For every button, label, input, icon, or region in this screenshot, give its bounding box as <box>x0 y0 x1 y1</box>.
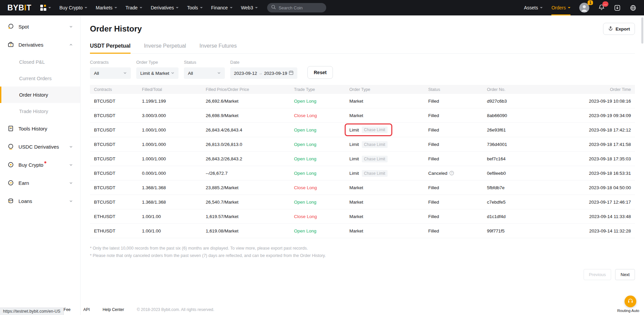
nav-menu-markets[interactable]: Markets <box>96 5 117 10</box>
cell-contract: ETHUSDT <box>94 228 142 233</box>
download-button[interactable] <box>614 4 621 11</box>
next-page-button[interactable]: Next <box>615 269 635 280</box>
order-type-label: Market <box>349 185 363 190</box>
filter-select-order-type[interactable]: Limit & Market <box>136 67 179 79</box>
status-label: Filled <box>428 113 439 118</box>
cell-trade-type: Open Long <box>294 127 349 133</box>
nav-menu-tools[interactable]: Tools <box>187 5 203 10</box>
bybit-logo[interactable]: BYBIT <box>7 3 32 12</box>
nav-menu-label: Tools <box>187 5 198 10</box>
bell-badge: ... <box>602 1 608 7</box>
footer-link-help-center[interactable]: Help Center <box>103 307 124 312</box>
sidebar-item-current-orders[interactable]: Current Orders <box>0 70 80 87</box>
tab-bar: USDT PerpetualInverse PerpetualInverse F… <box>90 43 635 54</box>
cell-contract: BTCUSDT <box>94 142 142 147</box>
sidebar-item-spot[interactable]: Spot <box>0 17 80 36</box>
headset-icon <box>627 298 634 305</box>
table-row: BTCUSDT1.199/1.19926,692.6/MarketOpen Lo… <box>90 94 635 108</box>
nav-orders[interactable]: Orders <box>551 5 571 10</box>
filter-select-status[interactable]: All <box>184 67 225 79</box>
date-start-value[interactable]: 2023-09-12 <box>234 71 257 76</box>
sidebar-item-earn[interactable]: Earn <box>0 174 80 192</box>
column-header-status: Status <box>428 87 487 92</box>
logo-text: BYB <box>7 3 24 12</box>
tools-history-icon <box>7 125 14 132</box>
cell-filled-price: 26,698.9/Market <box>206 113 294 118</box>
sidebar-item-buy-crypto[interactable]: Buy Crypto <box>0 156 80 174</box>
status-label: Filled <box>428 127 439 133</box>
order-type-tag: Chase Limit <box>362 156 388 162</box>
nav-menu-web3[interactable]: Web3 <box>241 5 258 10</box>
chevron-down-icon <box>176 7 179 8</box>
user-avatar[interactable]: 1 <box>579 3 589 13</box>
cell-order-type: Market <box>349 99 428 104</box>
search-input[interactable] <box>279 5 322 10</box>
search-box[interactable] <box>267 3 326 12</box>
column-header-order-type: Order Type <box>349 87 428 92</box>
filter-status: StatusAll <box>184 60 225 79</box>
cell-order-type: Market <box>349 113 428 118</box>
nav-menu-trade[interactable]: Trade <box>126 5 142 10</box>
scrollbar-thumb[interactable] <box>641 17 643 44</box>
sidebar-item-order-history[interactable]: Order History <box>0 87 80 103</box>
cell-order-type: LimitChase Limit <box>349 171 428 176</box>
footnote-records: * Only the latest 10,000 records from th… <box>90 245 635 252</box>
sidebar-item-trade-history[interactable]: Trade History <box>0 103 80 119</box>
language-globe-button[interactable] <box>630 4 637 11</box>
chevron-down-icon <box>69 25 73 29</box>
date-range-picker[interactable]: 2023-09-12 → 2023-09-19 <box>230 67 297 79</box>
table-row: ETHUSDT1.00/1.001,619.08/MarketOpen Long… <box>90 224 635 238</box>
sidebar-item-derivatives[interactable]: Derivatives <box>0 36 80 54</box>
chevron-down-icon <box>255 7 258 8</box>
status-label: Filled <box>428 200 439 205</box>
sidebar-item-label: Earn <box>18 180 29 186</box>
export-button[interactable]: Export <box>603 23 635 35</box>
filter-select-contracts[interactable]: All <box>90 67 131 79</box>
cell-order-time: 2023-09-18 17:41:58 <box>571 142 631 147</box>
date-end-value[interactable]: 2023-09-19 <box>264 71 287 76</box>
chase-limit-highlight: LimitChase Limit <box>345 123 392 136</box>
arrow-right-icon: → <box>258 71 262 75</box>
nav-menu-finance[interactable]: Finance <box>211 5 233 10</box>
status-label: Filled <box>428 185 439 190</box>
notifications-button[interactable]: ... <box>598 4 605 12</box>
nav-menu-label: Markets <box>96 5 112 10</box>
sidebar-item-label: Derivatives <box>18 42 43 48</box>
export-icon <box>608 26 613 32</box>
cell-contract: BTCUSDT <box>94 171 142 176</box>
sidebar-item-tools-history[interactable]: Tools History <box>0 119 80 138</box>
nav-assets[interactable]: Assets <box>524 5 543 10</box>
sidebar-item-loans[interactable]: Loans <box>0 192 80 210</box>
sidebar-item-label: Current Orders <box>19 76 52 81</box>
sidebar-item-closed-p-l[interactable]: Closed P&L <box>0 54 80 70</box>
support-chat-button[interactable] <box>625 296 636 307</box>
nav-menu-derivatives[interactable]: Derivatives <box>151 5 179 10</box>
order-type-tag: Chase Limit <box>362 126 388 133</box>
order-type-label: Market <box>349 113 363 118</box>
tab-inverse-perpetual[interactable]: Inverse Perpetual <box>144 43 186 53</box>
derivatives-icon <box>7 41 14 48</box>
cell-order-no: 736d4001 <box>487 142 571 147</box>
status-label: Filled <box>428 99 439 104</box>
search-icon <box>271 5 276 11</box>
nav-menu-label: Finance <box>211 5 228 10</box>
reset-button[interactable]: Reset <box>307 66 333 79</box>
nav-menu-buy-crypto[interactable]: Buy Crypto <box>59 5 87 10</box>
footer-link-api[interactable]: API <box>83 307 90 312</box>
tab-inverse-futures[interactable]: Inverse Futures <box>199 43 237 53</box>
earn-icon <box>7 179 14 186</box>
cell-status: Filled <box>428 185 487 190</box>
cell-trade-type: Close Long <box>294 113 349 118</box>
cell-order-type: LimitChase Limit <box>349 123 428 136</box>
cell-order-no: d1c1df4d <box>487 214 571 219</box>
order-type-label: Market <box>349 99 363 104</box>
sidebar-item-usdc-derivatives[interactable]: USDC Derivatives <box>0 138 80 156</box>
cell-filled-price: 26,692.6/Market <box>206 99 294 104</box>
cell-contract: ETHUSDT <box>94 214 142 219</box>
apps-grid-menu[interactable] <box>40 5 51 11</box>
nav-orders-active: Orders <box>551 0 571 15</box>
help-icon[interactable]: ? <box>449 171 454 175</box>
tab-usdt-perpetual[interactable]: USDT Perpetual <box>90 43 131 53</box>
previous-page-button[interactable]: Previous <box>584 269 611 280</box>
status-label: Canceled <box>428 171 447 176</box>
